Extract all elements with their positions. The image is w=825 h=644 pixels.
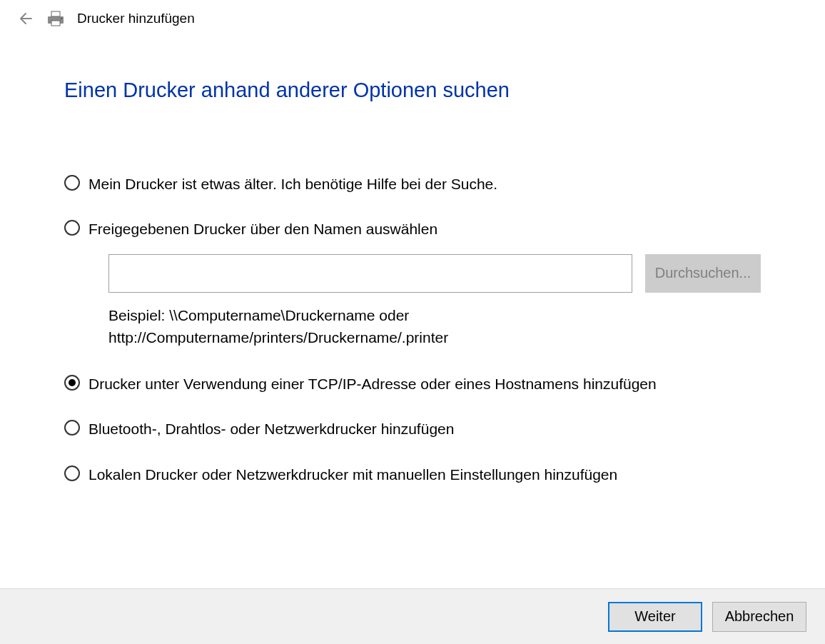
shared-printer-name-input[interactable] xyxy=(108,254,632,293)
footer-bar: Weiter Abbrechen xyxy=(0,588,825,644)
radio-tcpip-hostname[interactable]: Drucker unter Verwendung einer TCP/IP-Ad… xyxy=(64,373,761,394)
radio-icon xyxy=(64,420,80,436)
radio-label: Bluetooth-, Drahtlos- oder Netzwerkdruck… xyxy=(88,418,454,439)
options-group: Mein Drucker ist etwas älter. Ich benöti… xyxy=(64,173,761,485)
back-arrow-icon xyxy=(16,10,33,27)
back-button[interactable] xyxy=(14,9,34,29)
svg-point-3 xyxy=(61,18,62,19)
radio-label: Drucker unter Verwendung einer TCP/IP-Ad… xyxy=(88,373,657,394)
page-title: Einen Drucker anhand anderer Optionen su… xyxy=(64,79,761,102)
radio-label: Lokalen Drucker oder Netzwerkdrucker mit… xyxy=(88,464,617,485)
radio-icon xyxy=(64,466,80,481)
content-area: Einen Drucker anhand anderer Optionen su… xyxy=(0,36,825,485)
radio-label: Freigegebenen Drucker über den Namen aus… xyxy=(88,218,437,239)
cancel-button[interactable]: Abbrechen xyxy=(712,602,806,632)
radio-label: Mein Drucker ist etwas älter. Ich benöti… xyxy=(88,173,497,194)
header-title: Drucker hinzufügen xyxy=(77,11,195,26)
shared-subsection: Durchsuchen... Beispiel: \\Computername\… xyxy=(108,254,761,349)
radio-local-manual[interactable]: Lokalen Drucker oder Netzwerkdrucker mit… xyxy=(64,464,761,485)
radio-bluetooth-wireless[interactable]: Bluetooth-, Drahtlos- oder Netzwerkdruck… xyxy=(64,418,761,439)
radio-icon xyxy=(64,175,80,191)
browse-button: Durchsuchen... xyxy=(645,254,761,293)
radio-icon xyxy=(64,220,80,236)
radio-shared-by-name[interactable]: Freigegebenen Drucker über den Namen aus… xyxy=(64,218,761,239)
radio-icon xyxy=(64,375,80,391)
radio-older-printer[interactable]: Mein Drucker ist etwas älter. Ich benöti… xyxy=(64,173,761,194)
svg-rect-2 xyxy=(51,21,60,26)
header-bar: Drucker hinzufügen xyxy=(0,0,825,36)
shared-input-row: Durchsuchen... xyxy=(108,254,761,293)
example-text: Beispiel: \\Computername\Druckername ode… xyxy=(108,304,651,349)
svg-rect-1 xyxy=(51,11,60,16)
next-button[interactable]: Weiter xyxy=(608,602,702,632)
printer-icon xyxy=(46,10,66,27)
